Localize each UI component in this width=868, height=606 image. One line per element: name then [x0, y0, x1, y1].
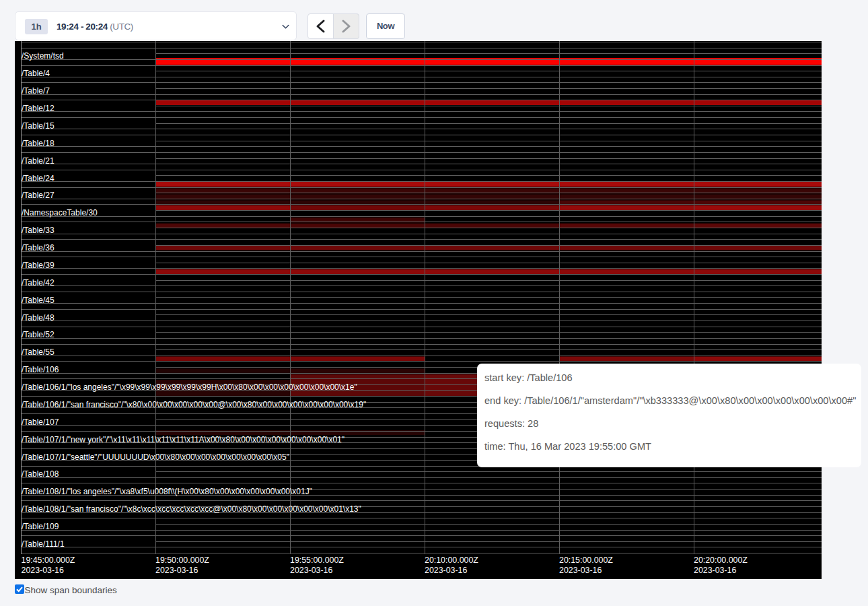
svg-text:/Table/24: /Table/24 [22, 174, 55, 183]
svg-text:2023-03-16: 2023-03-16 [559, 566, 602, 575]
svg-text:/Table/15: /Table/15 [22, 121, 55, 131]
svg-text:/Table/27: /Table/27 [22, 191, 55, 200]
svg-text:/NamespaceTable/30: /NamespaceTable/30 [22, 208, 98, 217]
svg-text:/Table/106/1/"san francisco"/": /Table/106/1/"san francisco"/"\x80\x00\x… [22, 400, 366, 409]
svg-text:/Table/107/1/"new york"/"\x11\: /Table/107/1/"new york"/"\x11\x11\x11\x1… [22, 435, 345, 444]
svg-text:/Table/12: /Table/12 [22, 104, 55, 113]
svg-text:/Table/18: /Table/18 [22, 139, 55, 148]
svg-text:/Table/106: /Table/106 [22, 365, 59, 374]
svg-text:/Table/107: /Table/107 [22, 417, 59, 427]
svg-text:/Table/108/1/"los angeles"/"\x: /Table/108/1/"los angeles"/"\xa8\xf5\u00… [22, 487, 312, 496]
svg-text:19:55:00.000Z: 19:55:00.000Z [290, 556, 344, 565]
svg-text:/Table/109: /Table/109 [22, 522, 59, 531]
svg-text:/Table/107/1/"seattle"/"UUUUUU: /Table/107/1/"seattle"/"UUUUUUUD\x00\x80… [22, 452, 289, 462]
svg-text:/Table/42: /Table/42 [22, 278, 55, 288]
svg-text:2023-03-16: 2023-03-16 [155, 566, 198, 575]
svg-text:19:50:00.000Z: 19:50:00.000Z [155, 556, 209, 565]
svg-text:/Table/21: /Table/21 [22, 156, 55, 166]
svg-text:2023-03-16: 2023-03-16 [290, 566, 332, 575]
svg-text:/Table/33: /Table/33 [22, 226, 55, 235]
svg-text:/Table/111/1: /Table/111/1 [22, 539, 65, 549]
svg-text:/Table/7: /Table/7 [22, 86, 50, 96]
svg-text:/Table/48: /Table/48 [22, 313, 55, 323]
svg-text:20:10:00.000Z: 20:10:00.000Z [425, 556, 478, 565]
svg-text:/System/tsd: /System/tsd [22, 51, 64, 61]
svg-text:2023-03-16: 2023-03-16 [425, 566, 467, 575]
svg-text:2023-03-16: 2023-03-16 [22, 566, 64, 575]
svg-text:19:45:00.000Z: 19:45:00.000Z [22, 556, 75, 565]
svg-text:/Table/45: /Table/45 [22, 296, 55, 305]
svg-text:/Table/4: /Table/4 [22, 69, 50, 78]
svg-text:/Table/55: /Table/55 [22, 347, 55, 357]
svg-text:/Table/108: /Table/108 [22, 469, 59, 479]
svg-text:2023-03-16: 2023-03-16 [694, 566, 736, 575]
svg-text:20:15:00.000Z: 20:15:00.000Z [559, 556, 613, 565]
svg-text:/Table/108/1/"san francisco"/": /Table/108/1/"san francisco"/"\x8c\xcc\x… [22, 504, 361, 514]
svg-text:20:20:00.000Z: 20:20:00.000Z [694, 556, 748, 565]
svg-text:/Table/106/1/"los angeles"/"\x: /Table/106/1/"los angeles"/"\x99\x99\x99… [22, 382, 357, 392]
svg-text:/Table/52: /Table/52 [22, 330, 55, 339]
svg-text:/Table/39: /Table/39 [22, 261, 55, 270]
svg-text:/Table/36: /Table/36 [22, 243, 55, 252]
